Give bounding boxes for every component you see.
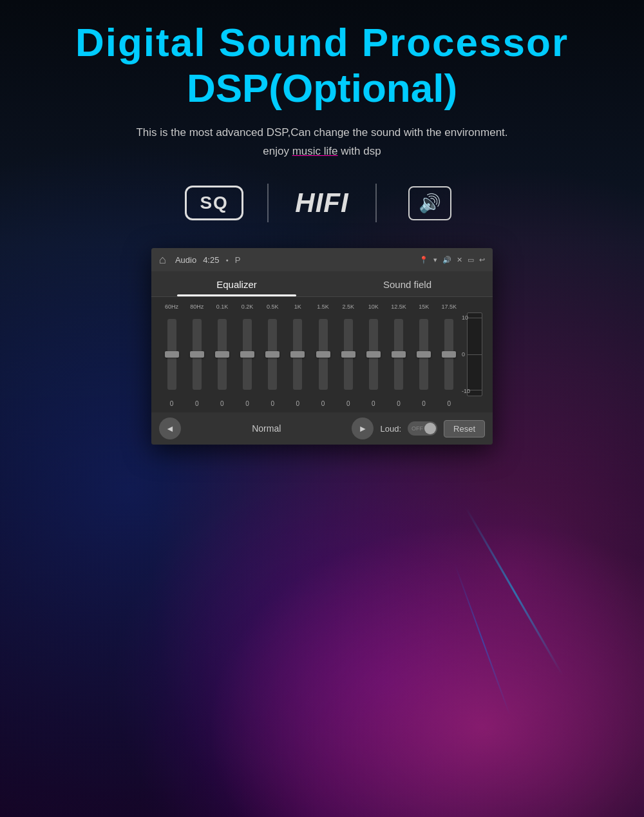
tagline-text: enjoy music life with dsp: [263, 145, 381, 158]
values-row: 000000000000: [159, 400, 485, 407]
freq-label-4: 0.5K: [261, 303, 284, 310]
freq-label-6: 1.5K: [312, 303, 335, 310]
icons-row: SQ HIFI 🔊: [161, 184, 483, 222]
value-label-4: 0: [261, 400, 284, 407]
freq-label-9: 12.5K: [387, 303, 410, 310]
hifi-icon-item: HIFI: [269, 187, 375, 218]
description-text: This is the most advanced DSP,Can change…: [136, 124, 507, 141]
status-time: 4:25: [203, 255, 219, 265]
scale-visual: 10 0 -10: [462, 312, 485, 396]
slider-track-9[interactable]: [394, 319, 403, 390]
slider-handle-1[interactable]: [190, 351, 204, 358]
tab-equalizer[interactable]: Equalizer: [151, 271, 322, 296]
sliders-area: [159, 312, 462, 396]
tagline-part1: enjoy: [263, 145, 292, 157]
value-label-11: 0: [437, 400, 460, 407]
slider-handle-7[interactable]: [341, 351, 355, 358]
freq-labels-group: 60Hz80Hz0.1K0.2K0.5K1K1.5K2.5K10K12.5K15…: [159, 303, 462, 310]
location-icon: 📍: [419, 256, 428, 264]
slider-track-3[interactable]: [243, 319, 252, 390]
sq-icon-item: SQ: [161, 186, 267, 220]
sliders-row: 10 0 -10: [159, 312, 485, 396]
page-title-line1: Digital Sound Processor: [75, 19, 569, 65]
prev-button[interactable]: ◄: [159, 418, 181, 439]
values-area: 000000000000: [159, 400, 462, 407]
reset-button[interactable]: Reset: [444, 420, 485, 437]
status-right-icons: 📍 ▾ 🔊 ✕ ▭ ↩: [419, 256, 485, 264]
next-button[interactable]: ►: [352, 418, 374, 439]
value-label-3: 0: [236, 400, 259, 407]
value-label-7: 0: [337, 400, 360, 407]
slider-handle-6[interactable]: [316, 351, 330, 358]
freq-label-1: 80Hz: [185, 303, 209, 310]
tab-sound-field[interactable]: Sound field: [322, 271, 493, 296]
freq-label-5: 1K: [286, 303, 309, 310]
screen-mockup: ⌂ Audio 4:25 ● P 📍 ▾ 🔊 ✕ ▭ ↩ Equalizer S…: [151, 248, 493, 445]
tagline-underline: music life: [292, 145, 338, 157]
sq-icon: SQ: [185, 186, 243, 220]
value-label-8: 0: [362, 400, 385, 407]
slider-handle-4[interactable]: [265, 351, 279, 358]
bottom-controls: ◄ Normal ► Loud: OFF Reset: [151, 412, 493, 445]
toggle-knob: [424, 423, 436, 434]
loud-label: Loud:: [380, 424, 401, 434]
value-label-5: 0: [286, 400, 309, 407]
value-label-9: 0: [387, 400, 410, 407]
speaker-icon-item: 🔊: [377, 186, 483, 220]
toggle-off-label: OFF: [412, 425, 423, 432]
signal-icon: ▾: [433, 256, 437, 264]
freq-label-7: 2.5K: [337, 303, 360, 310]
slider-handle-0[interactable]: [165, 351, 179, 358]
slider-track-0[interactable]: [167, 319, 176, 390]
value-label-10: 0: [412, 400, 435, 407]
value-label-1: 0: [185, 400, 209, 407]
slider-handle-9[interactable]: [392, 351, 406, 358]
page-title-line2: DSP(Optional): [187, 65, 457, 111]
scale-mid-label: 0: [462, 351, 465, 358]
slider-track-7[interactable]: [344, 319, 353, 390]
scale-tick-top: [467, 318, 482, 318]
speaker-icon: 🔊: [408, 186, 451, 220]
window-icon: ▭: [468, 256, 474, 264]
freq-label-11: 17.5K: [437, 303, 460, 310]
slider-track-10[interactable]: [419, 319, 428, 390]
volume-icon: 🔊: [442, 256, 451, 264]
scale-top-label: 10: [462, 314, 468, 321]
value-placeholder: [462, 400, 485, 407]
loud-toggle[interactable]: OFF: [408, 421, 437, 436]
freq-label-2: 0.1K: [211, 303, 234, 310]
slider-track-8[interactable]: [369, 319, 378, 390]
home-icon[interactable]: ⌂: [159, 253, 166, 267]
slider-track-11[interactable]: [444, 319, 453, 390]
status-p: P: [235, 255, 241, 265]
slider-handle-8[interactable]: [366, 351, 381, 358]
freq-label-0: 60Hz: [160, 303, 184, 310]
status-dot: ●: [225, 258, 228, 262]
freq-label-10: 15K: [412, 303, 435, 310]
status-bar: ⌂ Audio 4:25 ● P 📍 ▾ 🔊 ✕ ▭ ↩: [151, 248, 493, 271]
freq-label-8: 10K: [362, 303, 385, 310]
back-icon: ↩: [479, 256, 485, 264]
close-icon: ✕: [457, 256, 462, 264]
slider-handle-11[interactable]: [442, 351, 456, 358]
slider-track-6[interactable]: [319, 319, 328, 390]
slider-track-2[interactable]: [218, 319, 227, 390]
value-label-6: 0: [312, 400, 335, 407]
scale-tick-mid: [467, 354, 482, 355]
hifi-icon: HIFI: [295, 187, 348, 218]
mode-label: Normal: [187, 423, 345, 434]
value-label-2: 0: [211, 400, 234, 407]
value-label-0: 0: [160, 400, 184, 407]
scale-bot-label: -10: [462, 388, 470, 394]
slider-handle-5[interactable]: [290, 351, 305, 358]
equalizer-area: 60Hz80Hz0.1K0.2K0.5K1K1.5K2.5K10K12.5K15…: [151, 297, 493, 412]
slider-handle-3[interactable]: [240, 351, 254, 358]
tagline-part2: with dsp: [338, 145, 381, 157]
slider-track-5[interactable]: [293, 319, 302, 390]
slider-handle-10[interactable]: [417, 351, 431, 358]
tabs-bar: Equalizer Sound field: [151, 271, 493, 297]
slider-handle-2[interactable]: [215, 351, 229, 358]
audio-label: Audio: [175, 255, 196, 265]
slider-track-1[interactable]: [193, 319, 202, 390]
slider-track-4[interactable]: [268, 319, 277, 390]
